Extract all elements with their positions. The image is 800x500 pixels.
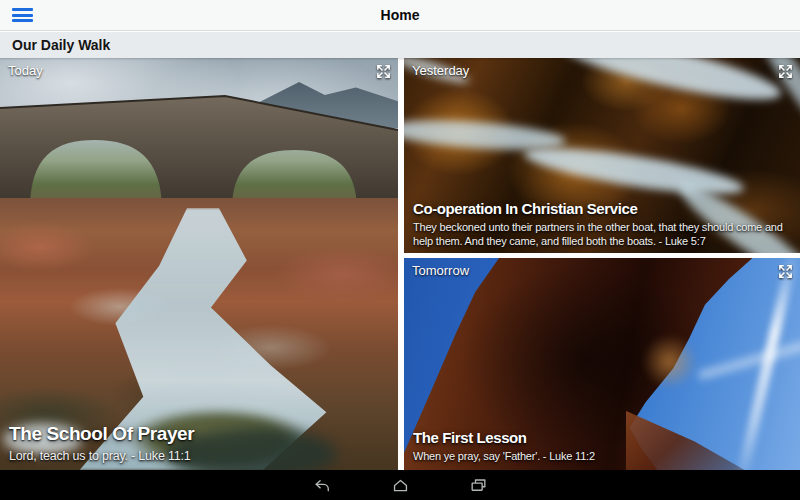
today-photo-bridge	[0, 58, 398, 470]
rock-highlight-illustration	[642, 334, 697, 389]
devotional-title: The First Lesson	[413, 429, 794, 446]
devotional-caption: The First Lesson When ye pray, say 'Fath…	[413, 429, 794, 464]
recent-apps-icon	[468, 476, 489, 495]
section-title: Our Daily Walk	[12, 37, 110, 53]
back-button[interactable]	[307, 472, 338, 498]
android-navigation-bar	[0, 470, 800, 500]
back-icon	[312, 476, 333, 495]
app-screen: Home Our Daily Walk	[0, 0, 800, 500]
devotional-card-yesterday[interactable]: Yesterday Co-operation In Christian Serv…	[404, 58, 800, 253]
day-badge-tomorrow: Tomorrow	[412, 263, 469, 278]
day-badge-yesterday: Yesterday	[412, 63, 469, 78]
devotional-verse: Lord, teach us to pray. - Luke 11:1	[9, 448, 392, 465]
devotional-verse: They beckoned unto their partners in the…	[413, 220, 790, 249]
section-header-bar: Our Daily Walk	[0, 32, 800, 58]
day-badge-today: Today	[8, 63, 43, 78]
page-title: Home	[0, 0, 800, 31]
stone-bridge-illustration	[0, 84, 398, 210]
devotional-title: Co-operation In Christian Service	[413, 200, 790, 217]
recents-button[interactable]	[463, 472, 494, 498]
devotional-card-today[interactable]: Today The School Of Prayer Lord, teach u…	[0, 58, 398, 470]
expand-fullscreen-icon[interactable]	[777, 63, 794, 80]
expand-fullscreen-icon[interactable]	[375, 63, 392, 80]
expand-fullscreen-icon[interactable]	[777, 263, 794, 280]
devotional-card-tomorrow[interactable]: Tomorrow The First Lesson When ye pray, …	[404, 258, 800, 470]
devotional-caption: Co-operation In Christian Service They b…	[413, 200, 790, 249]
home-icon	[390, 476, 411, 495]
top-action-bar: Home	[0, 0, 800, 31]
cards-grid: Today The School Of Prayer Lord, teach u…	[0, 58, 800, 470]
devotional-caption: The School Of Prayer Lord, teach us to p…	[9, 423, 392, 465]
devotional-verse: When ye pray, say 'Father'. - Luke 11:2	[413, 449, 794, 464]
home-button[interactable]	[385, 472, 416, 498]
devotional-title: The School Of Prayer	[9, 423, 392, 445]
